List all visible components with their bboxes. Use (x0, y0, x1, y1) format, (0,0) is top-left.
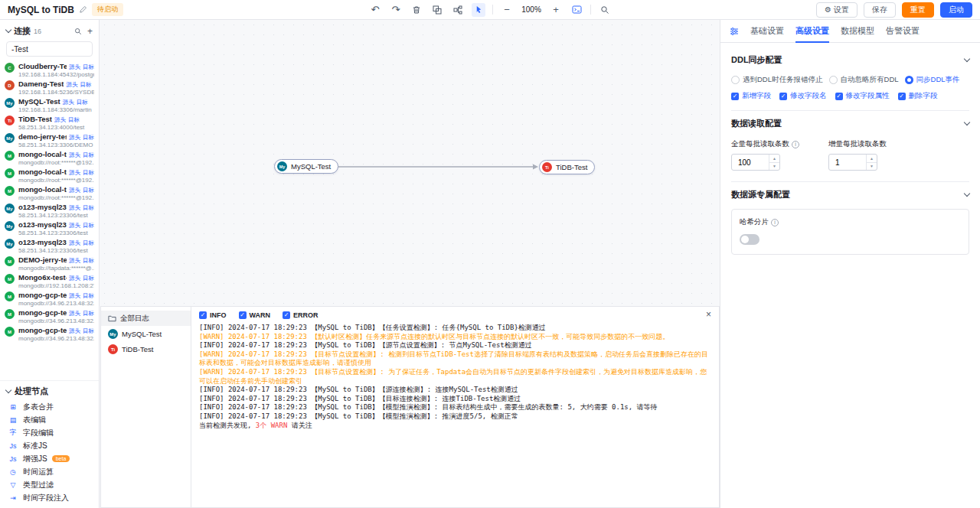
log-filter-row: ✓INFO✓WARN✓ERROR (191, 307, 719, 321)
processor-item[interactable]: Js增强JSbeta (0, 452, 99, 465)
processor-item[interactable]: ▽类型过滤 (0, 478, 99, 491)
stepper-up-icon[interactable]: ▲ (769, 155, 779, 162)
tab-alert-settings[interactable]: 告警设置 (886, 20, 920, 42)
connection-address: mongodb://root:******@192... (18, 194, 94, 201)
connection-capability-badge: 目标 (83, 151, 94, 159)
delete-icon[interactable] (410, 3, 423, 17)
connection-search-box[interactable] (6, 41, 93, 57)
ddl-checkbox-option[interactable]: ✓新增字段 (731, 91, 771, 101)
connection-item[interactable]: MMongo6x-test-u...源头目标mongodb://192.168.… (0, 272, 99, 289)
log-tab[interactable]: TiTiDB-Test (101, 341, 191, 357)
chevron-down-icon[interactable] (5, 387, 11, 393)
processor-item[interactable]: ⊞多表合并 (0, 400, 99, 413)
tab-advanced-settings[interactable]: 高级设置 (795, 20, 829, 42)
database-type-icon: My (5, 133, 15, 143)
stepper-down-icon[interactable]: ▼ (867, 162, 877, 171)
log-filter-error[interactable]: ✓ERROR (283, 311, 318, 319)
canvas-node-tidb-test[interactable]: TiTiDB-Test (539, 160, 595, 174)
connection-capability-badge: 目标 (83, 222, 94, 230)
connection-item[interactable]: MDEMO-jerry-test源头目标mongodb://tapdata:**… (0, 254, 99, 272)
canvas[interactable]: 全部日志MyMySQL-TestTiTiDB-Test ✓INFO✓WARN✓E… (100, 20, 720, 508)
log-filter-warn[interactable]: ✓WARN (239, 311, 271, 319)
datasource-section-header[interactable]: 数据源专属配置 (731, 184, 969, 204)
connection-item[interactable]: Mmongo-gcp-test...源头目标mongodb://34.96.21… (0, 307, 99, 324)
connection-search-input[interactable] (11, 45, 87, 54)
console-panel-icon[interactable] (570, 3, 583, 17)
log-line: [INFO] 2024-07-17 18:29:23 【MySQL to TiD… (199, 341, 711, 350)
close-icon[interactable]: × (706, 310, 711, 319)
chevron-down-icon[interactable] (964, 56, 970, 62)
log-tab[interactable]: 全部日志 (101, 311, 191, 326)
settings-content: DDL同步配置 遇到DDL时任务报错停止自动忽略所有DDL同步DDL事件 ✓新增… (720, 43, 980, 255)
database-type-icon: M (5, 186, 15, 196)
chevron-down-icon[interactable] (964, 119, 970, 125)
reset-button[interactable]: 重置 (902, 2, 934, 18)
group-icon[interactable] (430, 3, 444, 17)
connection-item[interactable]: Myo123-mysql2330...源头目标58.251.34.123:233… (0, 219, 99, 236)
connection-item[interactable]: TiTiDB-Test源头目标58.251.34.123:4000/test (0, 113, 99, 131)
connection-name: mongo-local-tes... (18, 150, 67, 158)
stepper-down-icon[interactable]: ▼ (769, 162, 779, 171)
processor-label: 增强JS (23, 454, 47, 464)
ddl-radio-option[interactable]: 自动忽略所有DDL (829, 75, 899, 85)
undo-icon[interactable]: ↶ (368, 3, 382, 17)
radio-icon (905, 76, 913, 84)
connection-item[interactable]: Mmongo-gcp-test...源头目标mongodb://34.96.21… (0, 324, 99, 342)
redo-icon[interactable]: ↷ (389, 3, 403, 17)
processor-item[interactable]: 字字段编辑 (0, 426, 99, 439)
cursor-tool-icon[interactable] (472, 3, 485, 17)
number-input[interactable]: ▲▼ (828, 154, 877, 171)
add-connection-icon[interactable]: + (87, 27, 93, 36)
connection-item[interactable]: Mmongo-gcp-test...源头目标mongodb://34.96.21… (0, 289, 99, 307)
chevron-down-icon[interactable] (964, 190, 970, 197)
zoom-out-icon[interactable]: − (500, 3, 514, 17)
connection-item[interactable]: CCloudberry-Test源头目标192.168.1.184:45432/… (0, 60, 99, 78)
hash-shard-toggle[interactable] (740, 234, 760, 245)
connection-capability-badge: 目标 (83, 169, 94, 177)
processor-item[interactable]: ⇥时间字段注入 (0, 491, 99, 504)
search-icon[interactable] (598, 3, 612, 17)
ddl-radio-option[interactable]: 同步DDL事件 (905, 75, 960, 85)
stepper-up-icon[interactable]: ▲ (867, 155, 877, 162)
connection-item[interactable]: Mmongo-local-tes...源头目标mongodb://root:**… (0, 148, 99, 166)
ddl-checkbox-option[interactable]: ✓修改字段属性 (835, 91, 890, 101)
auto-layout-icon[interactable] (451, 3, 465, 17)
connection-name: mongo-gcp-test... (18, 326, 67, 334)
connection-address: mongodb://34.96.213.48:32... (18, 335, 94, 342)
connection-capability-badge: 目标 (83, 239, 94, 247)
tab-basic-settings[interactable]: 基础设置 (750, 20, 784, 42)
processor-item[interactable]: ◷时间运算 (0, 465, 99, 478)
connection-item[interactable]: Mydemo-jerry-test源头目标58.251.34.123:3306/… (0, 131, 99, 148)
read-section-header[interactable]: 数据读取配置 (731, 112, 969, 133)
ddl-checkbox-option[interactable]: ✓删除字段 (898, 91, 938, 101)
processors-title: 处理节点 (15, 386, 48, 397)
chevron-down-icon[interactable] (5, 27, 11, 33)
settings-button[interactable]: ⚙设置 (816, 2, 858, 18)
log-line: [WARN] 2024-07-17 18:29:23 【默认时区检测】任务来源节… (199, 333, 711, 342)
connection-item[interactable]: Myo123-mysql2330...源头目标58.251.34.123:233… (0, 201, 99, 219)
connections-count: 16 (34, 28, 41, 35)
ddl-checkbox-option[interactable]: ✓修改字段名 (779, 91, 827, 101)
connection-item[interactable]: DDameng-Test源头目标192.168.1.184:5236/SYSDB… (0, 78, 99, 96)
start-button[interactable]: 启动 (940, 2, 972, 18)
database-type-icon: Ti (108, 344, 118, 354)
connection-capability-badge: 目标 (83, 257, 94, 265)
log-filter-info[interactable]: ✓INFO (199, 311, 227, 319)
connection-item[interactable]: Myo123-mysql2330...源头目标58.251.34.123:233… (0, 236, 99, 254)
save-button[interactable]: 保存 (864, 2, 896, 18)
log-tab[interactable]: MyMySQL-Test (101, 326, 191, 341)
processor-item[interactable]: ▤表编辑 (0, 413, 99, 426)
processor-item[interactable]: Js标准JS (0, 439, 99, 452)
connection-item[interactable]: Mmongo-local-tes...源头目标mongodb://root:**… (0, 166, 99, 184)
canvas-node-mysql-test[interactable]: MyMySQL-Test (274, 159, 338, 174)
connection-item[interactable]: MyMySQL-Test源头目标192.168.1.184:3306/marti… (0, 96, 99, 113)
tab-data-model[interactable]: 数据模型 (841, 20, 874, 42)
zoom-in-icon[interactable]: + (549, 3, 563, 17)
ddl-radio-option[interactable]: 遇到DDL时任务报错停止 (731, 75, 823, 85)
connection-capability-badge: 目标 (80, 81, 91, 89)
ddl-section-header[interactable]: DDL同步配置 (731, 49, 969, 70)
connection-item[interactable]: Mmongo-local-tes...源头目标mongodb://root:**… (0, 184, 99, 201)
number-input[interactable]: ▲▼ (731, 154, 780, 171)
edit-title-icon[interactable] (79, 5, 87, 14)
connection-search-icon[interactable] (74, 28, 82, 35)
